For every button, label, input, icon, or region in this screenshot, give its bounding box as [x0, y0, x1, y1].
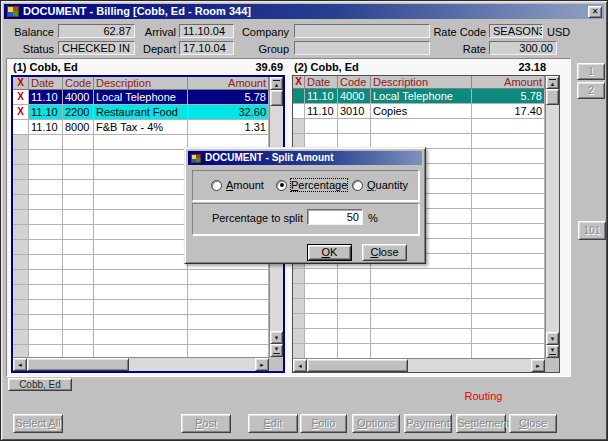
- radio-amount[interactable]: Amount: [211, 178, 264, 192]
- scroll-top-icon[interactable]: ▲: [546, 76, 559, 89]
- close-icon[interactable]: ✕: [588, 6, 602, 18]
- folio-tab-cobb-ed[interactable]: Cobb, Ed: [8, 378, 72, 391]
- scroll-right-icon[interactable]: ►: [531, 359, 545, 372]
- cell-date[interactable]: 11.10: [29, 120, 63, 135]
- ok-button[interactable]: OK: [307, 244, 352, 261]
- scroll-bottom-icon[interactable]: ▼: [546, 345, 559, 358]
- cell-code[interactable]: 4000: [338, 89, 371, 104]
- rate-field[interactable]: 300.00: [489, 41, 557, 55]
- radio-amount-circle[interactable]: [211, 180, 222, 191]
- cell-x[interactable]: [293, 104, 305, 119]
- cell-x[interactable]: [293, 89, 305, 104]
- cell-code: [338, 269, 371, 284]
- settlement-button[interactable]: Settlement: [456, 414, 506, 433]
- scrollbar-track[interactable]: [129, 358, 255, 371]
- cell-code[interactable]: 2200: [63, 105, 94, 120]
- table-row[interactable]: X11.102200Restaurant Food32.60: [13, 105, 269, 120]
- cell-code[interactable]: 4000: [63, 90, 94, 105]
- cell-date[interactable]: 11.10: [305, 104, 338, 119]
- cell-x: [293, 329, 305, 344]
- close-button[interactable]: Close: [509, 414, 557, 433]
- cell-x: [293, 299, 305, 314]
- cell-date: [29, 330, 63, 345]
- scroll-down-icon[interactable]: ▼: [270, 331, 283, 344]
- radio-percentage-circle[interactable]: [276, 180, 287, 191]
- scroll-left-icon[interactable]: ◄: [293, 359, 307, 372]
- column-header-amount[interactable]: Amount: [188, 77, 269, 90]
- radio-percentage[interactable]: Percentage: [276, 178, 347, 192]
- cell-date[interactable]: 11.10: [305, 89, 338, 104]
- folio-button[interactable]: Folio: [300, 414, 347, 433]
- scroll-right-icon[interactable]: ►: [255, 358, 269, 371]
- table-row[interactable]: 11.108000F&B Tax - 4%1.31: [13, 120, 269, 135]
- cell-amount: [472, 224, 545, 239]
- window-button-101[interactable]: 101: [578, 221, 606, 240]
- cell-desc[interactable]: Copies: [371, 104, 472, 119]
- column-header-desc[interactable]: Description: [371, 76, 472, 89]
- cell-date[interactable]: 11.10: [29, 90, 63, 105]
- window-button-1[interactable]: 1: [577, 63, 605, 80]
- cell-date: [29, 240, 63, 255]
- scroll-down-icon[interactable]: ▼: [546, 332, 559, 345]
- column-header-x[interactable]: X: [13, 77, 29, 90]
- cell-amount[interactable]: 1.31: [188, 120, 269, 135]
- edit-button[interactable]: Edit: [248, 414, 298, 433]
- table-row[interactable]: X11.104000Local Telephone5.78: [13, 90, 269, 105]
- folio2-horizontal-scrollbar[interactable]: ◄ ►: [293, 358, 545, 372]
- table-row[interactable]: 11.104000Local Telephone5.78: [293, 89, 545, 104]
- scrollbar-thumb[interactable]: [546, 89, 559, 105]
- column-header-amount[interactable]: Amount: [472, 76, 545, 89]
- column-header-date[interactable]: Date: [305, 76, 338, 89]
- rate-code-field[interactable]: SEASON3: [489, 24, 543, 38]
- cell-desc[interactable]: Local Telephone: [371, 89, 472, 104]
- cell-x[interactable]: [13, 120, 29, 135]
- column-header-code[interactable]: Code: [338, 76, 371, 89]
- select-all-button[interactable]: Select All: [13, 414, 63, 433]
- post-button[interactable]: Post: [181, 414, 231, 433]
- folio2-vertical-scrollbar[interactable]: ▲ ▼ ▼: [545, 76, 559, 358]
- cell-desc[interactable]: F&B Tax - 4%: [94, 120, 188, 135]
- cell-amount[interactable]: 5.78: [472, 89, 545, 104]
- dialog-close-button[interactable]: Close: [362, 244, 407, 261]
- column-header-x[interactable]: X: [293, 76, 305, 89]
- column-header-desc[interactable]: Description: [94, 77, 188, 90]
- payment-button[interactable]: Payment: [404, 414, 452, 433]
- cell-amount[interactable]: 32.60: [188, 105, 269, 120]
- scrollbar-track[interactable]: [546, 105, 559, 332]
- cell-amount[interactable]: 17.40: [472, 104, 545, 119]
- dialog-icon: [191, 154, 201, 163]
- cell-x[interactable]: X: [13, 105, 29, 120]
- column-header-code[interactable]: Code: [63, 77, 94, 90]
- cell-desc[interactable]: Local Telephone: [94, 90, 188, 105]
- scroll-left-icon[interactable]: ◄: [13, 358, 27, 371]
- cell-x: [293, 119, 305, 134]
- cell-x[interactable]: X: [13, 90, 29, 105]
- depart-field[interactable]: 17.10.04: [179, 41, 234, 55]
- options-button[interactable]: Options: [352, 414, 400, 433]
- table-row[interactable]: 11.103010Copies17.40: [293, 104, 545, 119]
- window-button-2[interactable]: 2: [577, 82, 605, 99]
- scroll-top-icon[interactable]: ▲: [270, 77, 283, 90]
- cell-date: [29, 225, 63, 240]
- radio-quantity[interactable]: Quantity: [352, 178, 408, 192]
- cell-code: [63, 315, 94, 330]
- cell-code[interactable]: 3010: [338, 104, 371, 119]
- cell-amount: [472, 284, 545, 299]
- arrival-field[interactable]: 11.10.04: [179, 24, 234, 38]
- radio-quantity-circle[interactable]: [352, 180, 363, 191]
- cell-date[interactable]: 11.10: [29, 105, 63, 120]
- cell-desc[interactable]: Restaurant Food: [94, 105, 188, 120]
- percentage-input[interactable]: 50: [307, 209, 363, 225]
- percentage-to-split-label: Percentage to split: [199, 210, 303, 226]
- scrollbar-thumb[interactable]: [270, 90, 283, 106]
- scrollbar-thumb[interactable]: [27, 358, 129, 371]
- group-field[interactable]: [294, 41, 430, 55]
- scrollbar-track[interactable]: [408, 359, 531, 372]
- company-field[interactable]: [294, 24, 430, 38]
- cell-code[interactable]: 8000: [63, 120, 94, 135]
- scroll-bottom-icon[interactable]: ▼: [270, 344, 283, 357]
- folio1-horizontal-scrollbar[interactable]: ◄ ►: [13, 357, 269, 371]
- scrollbar-thumb[interactable]: [307, 359, 408, 372]
- column-header-date[interactable]: Date: [29, 77, 63, 90]
- cell-amount[interactable]: 5.78: [188, 90, 269, 105]
